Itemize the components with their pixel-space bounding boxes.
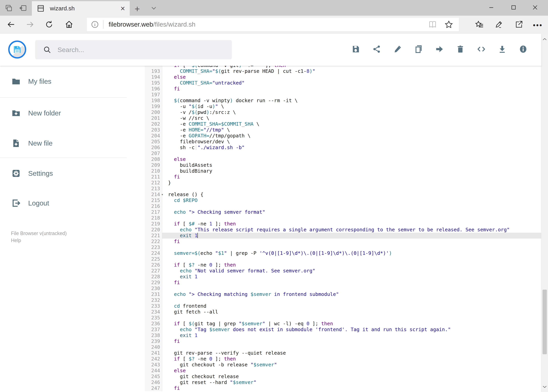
code-line[interactable]: 208 else <box>145 156 541 162</box>
reading-view-icon[interactable] <box>428 20 437 29</box>
line-number[interactable]: 215 <box>145 197 162 203</box>
line-number[interactable]: 211 <box>145 174 162 180</box>
set-tabs-aside-icon[interactable] <box>19 4 28 12</box>
code-line[interactable]: 237 echo "Tag $semver does not exist in … <box>145 327 541 333</box>
line-number[interactable]: 231 <box>145 291 162 297</box>
code-line[interactable]: 223 <box>145 245 541 250</box>
code-line[interactable]: 229 fi <box>145 280 541 286</box>
line-number[interactable]: 202 <box>145 121 162 127</box>
code-editor[interactable]: if [ "$(command -v git)" != "" ]; then19… <box>145 66 541 392</box>
line-number[interactable]: 232 <box>145 297 162 303</box>
line-number[interactable]: 209 <box>145 162 162 168</box>
save-button[interactable] <box>351 45 360 53</box>
line-number[interactable]: 201 <box>145 115 162 121</box>
line-number[interactable]: 241 <box>145 350 162 356</box>
tab-close-icon[interactable]: × <box>120 5 125 12</box>
line-number[interactable]: 207 <box>145 150 162 156</box>
line-number[interactable]: 196 <box>145 86 162 92</box>
line-number[interactable]: 238 <box>145 333 162 338</box>
code-line[interactable]: 247 fi <box>145 385 541 391</box>
home-icon[interactable] <box>65 20 74 29</box>
line-number[interactable]: 236 <box>145 321 162 327</box>
line-number[interactable]: 240 <box>145 344 162 350</box>
code-line[interactable]: 228 exit 1 <box>145 274 541 280</box>
code-line[interactable]: 200 -v /$(pwd):/src:z \ <box>145 109 541 115</box>
line-number[interactable]: 223 <box>145 245 162 250</box>
window-maximize-button[interactable] <box>508 2 519 13</box>
line-number[interactable]: 204 <box>145 133 162 139</box>
code-line[interactable]: 197 <box>145 92 541 98</box>
code-line[interactable]: 206 sh -c "./wizard.sh -b" <box>145 145 541 150</box>
line-number[interactable]: 194 <box>145 74 162 80</box>
code-line[interactable]: 225 <box>145 256 541 262</box>
code-line[interactable]: 209 buildAssets <box>145 162 541 168</box>
line-number[interactable]: 246 <box>145 379 162 385</box>
code-line[interactable]: 235 <box>145 315 541 321</box>
window-close-button[interactable] <box>530 2 541 13</box>
line-number[interactable]: 235 <box>145 315 162 321</box>
forward-icon[interactable] <box>25 20 35 29</box>
move-button[interactable] <box>435 45 444 53</box>
search-input[interactable] <box>57 46 218 54</box>
code-line[interactable]: 211 fi <box>145 174 541 180</box>
code-line[interactable]: 240 <box>145 344 541 350</box>
line-number[interactable]: 233 <box>145 303 162 309</box>
tab-list-chevron-icon[interactable] <box>150 5 158 11</box>
tab-preview-icon[interactable] <box>4 4 13 12</box>
line-number[interactable]: 197 <box>145 92 162 98</box>
line-number[interactable]: 200 <box>145 109 162 115</box>
code-line[interactable]: 207 <box>145 150 541 156</box>
sidebar-item-logout[interactable]: Logout <box>0 188 145 219</box>
code-line[interactable]: 236 if [ $(git tag | grep "$semver" | wc… <box>145 321 541 327</box>
url-text[interactable]: filebrowser.web/files/wizard.sh <box>109 21 428 28</box>
code-line[interactable]: 212} <box>145 180 541 186</box>
code-line[interactable]: 239 fi <box>145 338 541 344</box>
line-number[interactable]: 226 <box>145 262 162 268</box>
line-number[interactable]: 237 <box>145 327 162 333</box>
line-number[interactable]: 216 <box>145 203 162 209</box>
url-bar[interactable]: filebrowser.web/files/wizard.sh <box>86 17 459 32</box>
code-line[interactable]: 245 git checkout release <box>145 374 541 379</box>
switch-editor-button[interactable] <box>477 45 486 53</box>
line-number[interactable]: 225 <box>145 256 162 262</box>
filebrowser-logo[interactable] <box>8 41 26 58</box>
hub-favorites-icon[interactable] <box>475 20 484 29</box>
back-icon[interactable] <box>7 20 16 29</box>
scroll-up-icon[interactable] <box>542 37 547 42</box>
info-button[interactable] <box>519 45 527 53</box>
code-line[interactable]: 201 -w //src \ <box>145 115 541 121</box>
line-number[interactable]: 239 <box>145 338 162 344</box>
line-number[interactable]: 208 <box>145 156 162 162</box>
sidebar-help-link[interactable]: Help <box>11 238 21 243</box>
edit-button[interactable] <box>393 45 402 53</box>
code-line[interactable]: 246 git reset --hard "$semver" <box>145 379 541 385</box>
line-number[interactable]: 221 <box>145 233 162 238</box>
line-number[interactable]: 214▾ <box>145 192 162 197</box>
sidebar-item-new-folder[interactable]: New folder <box>0 98 145 129</box>
page-scrollbar[interactable] <box>541 33 548 392</box>
line-number[interactable]: 228 <box>145 274 162 280</box>
code-line[interactable]: 193 COMMIT_SHA="$(git rev-parse HEAD | c… <box>145 68 541 74</box>
delete-button[interactable] <box>456 45 465 53</box>
code-line[interactable]: 194 else <box>145 74 541 80</box>
code-line[interactable]: 231 echo "> Checking matching $semver in… <box>145 291 541 297</box>
code-line[interactable]: 234 git fetch --all <box>145 309 541 315</box>
web-notes-pen-icon[interactable] <box>495 20 504 29</box>
line-number[interactable]: 230 <box>145 286 162 291</box>
browser-tab[interactable]: wizard.sh × <box>32 1 130 16</box>
code-line[interactable]: 243 git checkout -b release "$semver" <box>145 362 541 368</box>
code-line[interactable]: 199 -u "$(id -u)" \ <box>145 104 541 109</box>
sidebar-item-new-file[interactable]: New file <box>0 128 145 159</box>
code-line[interactable]: 198 $(command -v winpty) docker run --rm… <box>145 98 541 104</box>
code-line[interactable]: 238 exit 1 <box>145 333 541 338</box>
line-number[interactable]: 234 <box>145 309 162 315</box>
line-number[interactable]: 244 <box>145 368 162 374</box>
line-number[interactable] <box>145 66 162 68</box>
share-page-icon[interactable] <box>514 20 523 29</box>
code-line[interactable]: 220 echo "This release script requires a… <box>145 227 541 233</box>
line-number[interactable]: 218 <box>145 215 162 221</box>
code-line[interactable]: 224 semver=$(echo "$1" | grep -P '^v(0|[… <box>145 250 541 256</box>
code-line[interactable]: 215 cd $REPO <box>145 197 541 203</box>
code-line[interactable]: 232 <box>145 297 541 303</box>
code-line[interactable]: 227 echo "Not valid semver format. See s… <box>145 268 541 274</box>
